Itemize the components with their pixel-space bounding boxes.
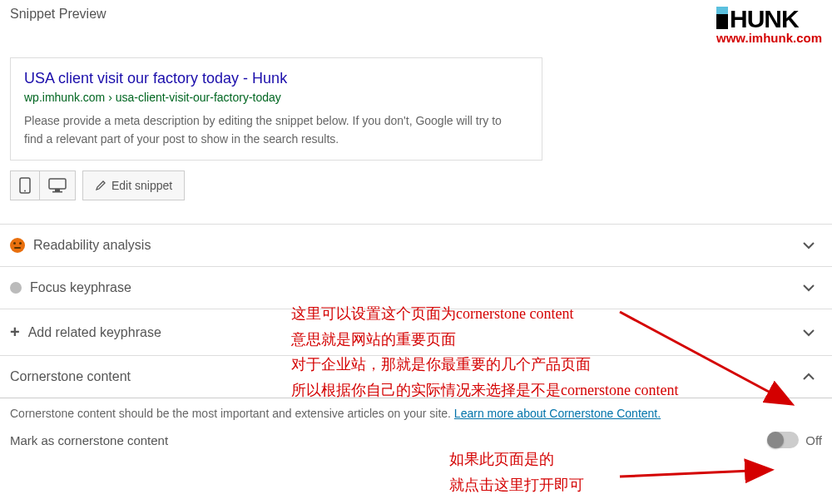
svg-rect-3 (55, 189, 60, 191)
plus-icon: + (10, 323, 20, 342)
readability-label: Readability analysis (33, 238, 151, 253)
svg-rect-2 (49, 179, 66, 189)
annotation-arrow-2 (616, 453, 782, 487)
annotation-1: 这里可以设置这个页面为cornerstone content 意思就是网站的重要… (291, 301, 678, 403)
add-related-label: Add related keyphrase (28, 325, 161, 340)
annotation-line: 这里可以设置这个页面为cornerstone content (291, 301, 678, 327)
toggle-state-label: Off (805, 433, 822, 447)
annotation-line: 所以根据你自己的实际情况来选择是不是cornerstone content (291, 378, 678, 403)
snippet-preview-label: Snippet Preview (10, 7, 106, 22)
readability-section[interactable]: Readability analysis (0, 224, 832, 266)
snippet-preview-box: USA client visit our factory today - Hun… (10, 57, 542, 161)
readability-score-icon (10, 238, 25, 253)
chevron-up-icon (795, 370, 822, 383)
keyphrase-score-icon (10, 282, 22, 294)
cornerstone-label: Cornerstone content (10, 369, 131, 384)
focus-keyphrase-label: Focus keyphrase (30, 280, 131, 295)
desktop-preview-button[interactable] (39, 171, 75, 200)
annotation-line: 意思就是网站的重要页面 (291, 327, 678, 353)
edit-snippet-button[interactable]: Edit snippet (82, 170, 185, 200)
mark-cornerstone-label: Mark as cornerstone content (10, 433, 168, 447)
pencil-icon (95, 180, 106, 191)
annotation-2: 如果此页面是的 就点击这里打开即可 (449, 447, 584, 497)
preview-url: wp.imhunk.com › usa-client-visit-our-fac… (24, 91, 528, 104)
svg-point-1 (24, 190, 26, 192)
logo: HUNK www.imhunk.com (716, 7, 822, 44)
preview-title[interactable]: USA client visit our factory today - Hun… (24, 70, 528, 87)
preview-description: Please provide a meta description by edi… (24, 112, 523, 148)
logo-url: www.imhunk.com (716, 32, 822, 44)
mobile-preview-button[interactable] (11, 171, 39, 200)
svg-rect-4 (52, 191, 62, 193)
svg-line-6 (620, 470, 770, 477)
annotation-line: 就点击这里打开即可 (449, 472, 584, 498)
edit-snippet-label: Edit snippet (111, 179, 172, 192)
annotation-line: 如果此页面是的 (449, 447, 584, 472)
cornerstone-help-prefix: Cornerstone content should be the most i… (10, 407, 454, 420)
chevron-down-icon (795, 281, 822, 294)
annotation-line: 对于企业站，那就是你最重要的几个产品页面 (291, 352, 678, 378)
cornerstone-toggle[interactable] (767, 432, 799, 448)
cornerstone-learn-more-link[interactable]: Learn more about Cornerstone Content. (454, 407, 661, 420)
chevron-down-icon (795, 326, 822, 339)
device-toggle (10, 170, 76, 200)
chevron-down-icon (795, 239, 822, 252)
logo-brand-text: HUNK (730, 7, 799, 32)
